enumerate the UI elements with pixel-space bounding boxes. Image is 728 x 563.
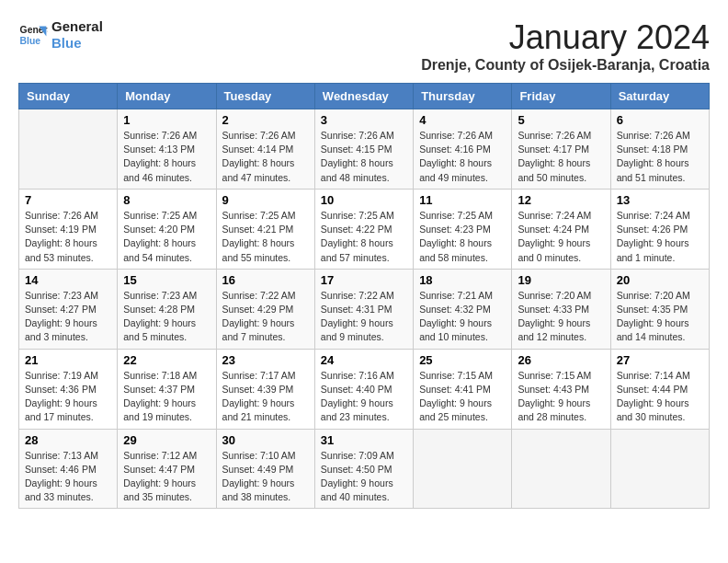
calendar-day-cell: 1Sunrise: 7:26 AMSunset: 4:13 PMDaylight… [118, 109, 216, 190]
calendar-week-row: 1Sunrise: 7:26 AMSunset: 4:13 PMDaylight… [19, 109, 710, 190]
month-title: January 2024 [421, 18, 710, 57]
day-info: Sunrise: 7:13 AMSunset: 4:46 PMDaylight:… [25, 449, 111, 505]
calendar-day-cell: 31Sunrise: 7:09 AMSunset: 4:50 PMDayligh… [314, 429, 413, 509]
day-number: 9 [222, 193, 309, 207]
calendar-day-cell: 8Sunrise: 7:25 AMSunset: 4:20 PMDaylight… [118, 189, 216, 269]
calendar-body: 1Sunrise: 7:26 AMSunset: 4:13 PMDaylight… [19, 109, 710, 509]
logo: General Blue General Blue [18, 18, 103, 52]
day-info: Sunrise: 7:24 AMSunset: 4:26 PMDaylight:… [617, 209, 703, 265]
calendar-day-cell [512, 429, 610, 509]
calendar-day-cell: 25Sunrise: 7:15 AMSunset: 4:41 PMDayligh… [414, 349, 512, 429]
logo-text-general: General [51, 18, 103, 35]
title-area: January 2024 Drenje, County of Osijek-Ba… [421, 18, 710, 74]
day-number: 27 [617, 353, 703, 367]
day-info: Sunrise: 7:23 AMSunset: 4:28 PMDaylight:… [123, 289, 210, 345]
day-number: 19 [518, 273, 604, 287]
calendar-day-cell: 29Sunrise: 7:12 AMSunset: 4:47 PMDayligh… [118, 429, 216, 509]
weekday-header-cell: Wednesday [314, 84, 413, 109]
day-number: 22 [123, 353, 210, 367]
day-number: 30 [222, 433, 309, 447]
day-number: 31 [321, 433, 407, 447]
logo-text-blue: Blue [51, 35, 103, 52]
day-info: Sunrise: 7:26 AMSunset: 4:15 PMDaylight:… [321, 129, 407, 185]
day-number: 7 [25, 193, 111, 207]
day-info: Sunrise: 7:18 AMSunset: 4:37 PMDaylight:… [123, 369, 210, 425]
calendar-day-cell: 24Sunrise: 7:16 AMSunset: 4:40 PMDayligh… [314, 349, 413, 429]
calendar-week-row: 28Sunrise: 7:13 AMSunset: 4:46 PMDayligh… [19, 429, 710, 509]
calendar-day-cell: 13Sunrise: 7:24 AMSunset: 4:26 PMDayligh… [610, 189, 709, 269]
calendar-day-cell: 12Sunrise: 7:24 AMSunset: 4:24 PMDayligh… [512, 189, 610, 269]
calendar-week-row: 21Sunrise: 7:19 AMSunset: 4:36 PMDayligh… [19, 349, 710, 429]
weekday-header-cell: Tuesday [216, 84, 314, 109]
day-info: Sunrise: 7:25 AMSunset: 4:22 PMDaylight:… [321, 209, 407, 265]
calendar-week-row: 7Sunrise: 7:26 AMSunset: 4:19 PMDaylight… [19, 189, 710, 269]
day-number: 24 [321, 353, 407, 367]
weekday-header-cell: Friday [512, 84, 610, 109]
day-info: Sunrise: 7:26 AMSunset: 4:16 PMDaylight:… [419, 129, 506, 185]
day-number: 13 [617, 193, 703, 207]
calendar-day-cell: 17Sunrise: 7:22 AMSunset: 4:31 PMDayligh… [314, 269, 413, 349]
calendar-day-cell: 15Sunrise: 7:23 AMSunset: 4:28 PMDayligh… [118, 269, 216, 349]
day-number: 11 [419, 193, 506, 207]
day-number: 10 [321, 193, 407, 207]
calendar-day-cell [610, 429, 709, 509]
day-number: 29 [123, 433, 210, 447]
day-number: 15 [123, 273, 210, 287]
day-info: Sunrise: 7:26 AMSunset: 4:14 PMDaylight:… [222, 129, 309, 185]
calendar-day-cell: 20Sunrise: 7:20 AMSunset: 4:35 PMDayligh… [610, 269, 709, 349]
day-number: 8 [123, 193, 210, 207]
calendar-day-cell: 9Sunrise: 7:25 AMSunset: 4:21 PMDaylight… [216, 189, 314, 269]
calendar-day-cell: 6Sunrise: 7:26 AMSunset: 4:18 PMDaylight… [610, 109, 709, 190]
day-number: 5 [518, 113, 604, 127]
svg-text:Blue: Blue [20, 36, 41, 46]
calendar-day-cell [19, 109, 118, 190]
calendar-day-cell: 7Sunrise: 7:26 AMSunset: 4:19 PMDaylight… [19, 189, 118, 269]
day-info: Sunrise: 7:26 AMSunset: 4:17 PMDaylight:… [518, 129, 604, 185]
weekday-header-cell: Monday [118, 84, 216, 109]
weekday-header-cell: Saturday [610, 84, 709, 109]
day-number: 25 [419, 353, 506, 367]
calendar-day-cell: 19Sunrise: 7:20 AMSunset: 4:33 PMDayligh… [512, 269, 610, 349]
day-info: Sunrise: 7:22 AMSunset: 4:29 PMDaylight:… [222, 289, 309, 345]
day-info: Sunrise: 7:25 AMSunset: 4:21 PMDaylight:… [222, 209, 309, 265]
calendar-day-cell: 5Sunrise: 7:26 AMSunset: 4:17 PMDaylight… [512, 109, 610, 190]
day-info: Sunrise: 7:26 AMSunset: 4:13 PMDaylight:… [123, 129, 210, 185]
day-info: Sunrise: 7:19 AMSunset: 4:36 PMDaylight:… [25, 369, 111, 425]
day-number: 28 [25, 433, 111, 447]
day-info: Sunrise: 7:26 AMSunset: 4:19 PMDaylight:… [25, 209, 111, 265]
day-info: Sunrise: 7:14 AMSunset: 4:44 PMDaylight:… [617, 369, 703, 425]
calendar-day-cell: 28Sunrise: 7:13 AMSunset: 4:46 PMDayligh… [19, 429, 118, 509]
calendar-day-cell: 23Sunrise: 7:17 AMSunset: 4:39 PMDayligh… [216, 349, 314, 429]
day-number: 14 [25, 273, 111, 287]
day-number: 18 [419, 273, 506, 287]
calendar-day-cell: 2Sunrise: 7:26 AMSunset: 4:14 PMDaylight… [216, 109, 314, 190]
day-info: Sunrise: 7:26 AMSunset: 4:18 PMDaylight:… [617, 129, 703, 185]
day-info: Sunrise: 7:22 AMSunset: 4:31 PMDaylight:… [321, 289, 407, 345]
calendar-day-cell: 22Sunrise: 7:18 AMSunset: 4:37 PMDayligh… [118, 349, 216, 429]
calendar-week-row: 14Sunrise: 7:23 AMSunset: 4:27 PMDayligh… [19, 269, 710, 349]
day-number: 2 [222, 113, 309, 127]
day-number: 3 [321, 113, 407, 127]
day-info: Sunrise: 7:25 AMSunset: 4:20 PMDaylight:… [123, 209, 210, 265]
calendar-day-cell [414, 429, 512, 509]
day-number: 21 [25, 353, 111, 367]
day-info: Sunrise: 7:17 AMSunset: 4:39 PMDaylight:… [222, 369, 309, 425]
day-info: Sunrise: 7:10 AMSunset: 4:49 PMDaylight:… [222, 449, 309, 505]
calendar-day-cell: 14Sunrise: 7:23 AMSunset: 4:27 PMDayligh… [19, 269, 118, 349]
day-number: 12 [518, 193, 604, 207]
day-number: 17 [321, 273, 407, 287]
calendar-day-cell: 11Sunrise: 7:25 AMSunset: 4:23 PMDayligh… [414, 189, 512, 269]
day-number: 4 [419, 113, 506, 127]
day-info: Sunrise: 7:09 AMSunset: 4:50 PMDaylight:… [321, 449, 407, 505]
calendar-day-cell: 10Sunrise: 7:25 AMSunset: 4:22 PMDayligh… [314, 189, 413, 269]
day-number: 6 [617, 113, 703, 127]
weekday-header-cell: Thursday [414, 84, 512, 109]
calendar-table: SundayMondayTuesdayWednesdayThursdayFrid… [18, 83, 710, 509]
calendar-day-cell: 16Sunrise: 7:22 AMSunset: 4:29 PMDayligh… [216, 269, 314, 349]
day-number: 20 [617, 273, 703, 287]
day-number: 1 [123, 113, 210, 127]
day-info: Sunrise: 7:24 AMSunset: 4:24 PMDaylight:… [518, 209, 604, 265]
day-info: Sunrise: 7:15 AMSunset: 4:41 PMDaylight:… [419, 369, 506, 425]
day-info: Sunrise: 7:21 AMSunset: 4:32 PMDaylight:… [419, 289, 506, 345]
day-info: Sunrise: 7:20 AMSunset: 4:33 PMDaylight:… [518, 289, 604, 345]
